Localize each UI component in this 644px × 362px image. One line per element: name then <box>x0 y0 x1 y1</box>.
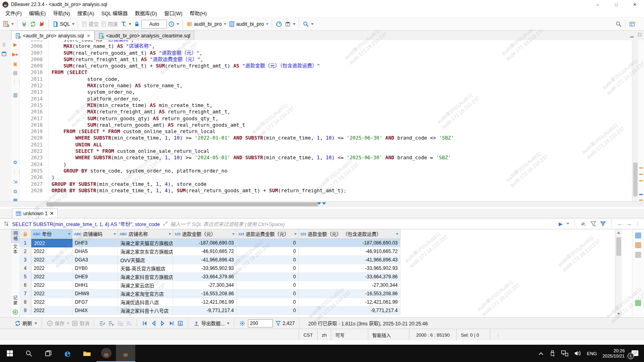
code-line[interactable]: 2007 SUM(real_return_goods_amt_t) AS "退款… <box>19 50 632 56</box>
close-button[interactable]: ✕ <box>625 0 644 9</box>
view-minimize-icon[interactable]: ▁ <box>630 32 634 37</box>
caret-position-indicator[interactable]: 2000 : 6 : 85190 <box>409 329 456 341</box>
cancel-button[interactable]: 取消 <box>72 320 89 327</box>
grid-cell[interactable]: -12,421,061.99 <box>173 298 237 306</box>
fetch-all-icon[interactable] <box>177 320 184 327</box>
export-result-icon[interactable]: ⇲ <box>12 179 19 185</box>
compile-button[interactable] <box>283 20 297 28</box>
row-count-button[interactable]: 2,427 <box>275 321 295 326</box>
grid-cell[interactable]: -16,553,208.86 <box>299 290 400 298</box>
grid-cell[interactable]: -33,664,379.86 <box>173 273 237 281</box>
grid-cell[interactable]: 海澜之家抖音官方旗舰店 <box>118 273 173 281</box>
grid-cell[interactable]: 2022 <box>31 298 72 306</box>
insert-mode-indicator[interactable]: 智能插入 <box>368 329 409 341</box>
grid-cell[interactable]: -27,300,344 <box>299 281 400 290</box>
code-line[interactable]: 2026) <box>19 174 632 181</box>
edge-button[interactable]: e <box>58 345 77 362</box>
side-tab-record[interactable]: 记录 <box>11 294 19 307</box>
grid-cell[interactable]: DYB0 <box>72 264 118 273</box>
execute-statement-icon[interactable]: ▶ <box>12 41 19 48</box>
export-data-button[interactable]: 导出数据... <box>193 320 229 327</box>
sql-editor[interactable]: ⠿ ▶ ▶▸ ▣ ▤ ⋮⋮ ▥ ⚙ ⋮⋮ ⇲ ⧉ ▦ 2005 store_co… <box>0 40 644 201</box>
code-line[interactable]: 2011 store_code, <box>19 76 632 82</box>
nav-back-icon[interactable]: ← <box>617 220 623 227</box>
reconnect-button[interactable] <box>29 20 37 28</box>
save-button[interactable]: 保存 <box>47 320 69 327</box>
grid-cell[interactable]: 0 <box>237 281 299 290</box>
code-line[interactable]: 2019 FROM (SELECT * FROM custom_online_s… <box>19 128 632 135</box>
code-line[interactable]: 2015 MIN(min_create_time) AS min_create_… <box>19 102 632 109</box>
transaction-log-button[interactable] <box>167 20 180 28</box>
edit-cell-icon[interactable] <box>99 320 105 327</box>
row-number[interactable]: 5 <box>19 273 31 281</box>
column-header-3[interactable]: ABC店铺名称 <box>118 229 173 239</box>
edit-filter-icon[interactable] <box>590 220 597 227</box>
column-header-2[interactable]: ABC店铺编码 <box>72 229 118 239</box>
code-line[interactable]: 2018 SUM(real_return_goods_amt) AS real_… <box>19 122 632 128</box>
grid-cell[interactable]: DFG7 <box>72 298 118 306</box>
grid-cell[interactable]: 海澜之家云店旧 <box>118 281 173 290</box>
editor-vertical-scrollbar[interactable] <box>632 40 638 201</box>
grid-vertical-scrollbar[interactable] <box>615 229 622 317</box>
menu-file[interactable]: 文件(F) <box>2 9 25 17</box>
refresh-button[interactable]: 刷新 <box>14 320 37 327</box>
menu-search[interactable]: 搜索(A) <box>74 9 98 17</box>
code-line[interactable]: 2028ORDER BY SUBSTR(min_create_time_t, 1… <box>19 187 632 194</box>
grid-settings-gear-icon[interactable] <box>239 320 246 327</box>
column-filter-caret-icon[interactable] <box>169 233 171 235</box>
menu-window[interactable]: 窗口(W) <box>161 9 186 17</box>
grid-cell[interactable]: -27,300,344 <box>173 281 237 290</box>
editor-overview-ruler[interactable] <box>638 40 644 201</box>
commit-mode-selector[interactable]: Auto <box>141 20 167 29</box>
column-header-5[interactable]: 123退款运费金额（元） <box>237 229 299 239</box>
grid-cell[interactable]: 天猫-英氏官方旗舰店 <box>118 264 173 273</box>
value-panel-icon[interactable] <box>635 232 641 239</box>
delete-row-icon[interactable] <box>126 320 132 327</box>
grid-cell[interactable]: 0 <box>237 306 299 315</box>
grid-cell[interactable]: 2022 <box>31 264 72 273</box>
code-line[interactable]: 2012 MAX(store_name) AS store_name_t, <box>19 82 632 89</box>
first-page-icon[interactable] <box>142 320 148 327</box>
last-page-icon[interactable] <box>168 320 175 327</box>
grid-cell[interactable]: -12,421,061.99 <box>299 298 400 306</box>
grid-cell[interactable]: 2022 <box>31 256 72 264</box>
tab-analysis-sql[interactable]: <audit_bi_pro> analysis.sql ✕ <box>11 31 95 41</box>
prev-page-icon[interactable] <box>151 320 157 327</box>
code-line[interactable]: 2013 system_order_no, <box>19 89 632 95</box>
grid-cell[interactable]: DGA3 <box>72 256 118 264</box>
grid-cell[interactable]: DHW8 <box>72 290 118 298</box>
grid-cell[interactable]: -187,086,690.03 <box>173 239 237 247</box>
commit-button[interactable]: 提交 <box>80 19 100 29</box>
record-mode-icon[interactable] <box>12 309 18 315</box>
dbeaver-taskbar-button[interactable] <box>116 345 135 362</box>
column-header-6[interactable]: 123退款金额（元） （包含退款运费） <box>299 229 400 239</box>
grid-cell[interactable]: -41,966,896.43 <box>173 256 237 264</box>
grid-cell[interactable]: 2022 <box>31 281 72 290</box>
row-number[interactable]: 2 <box>19 247 31 256</box>
new-sql-editor-button[interactable] <box>2 20 15 28</box>
usb-icon[interactable] <box>549 350 555 357</box>
row-number[interactable]: 7 <box>19 290 31 298</box>
grid-cell[interactable]: 2022 <box>31 306 72 315</box>
grid-cell[interactable]: 2022 <box>31 290 72 298</box>
results-tab-unknown1[interactable]: unknown 1 ✕ <box>12 208 58 218</box>
column-header-1[interactable]: ABC年份 <box>31 229 72 239</box>
settings-gear-icon[interactable]: ⚙ <box>12 159 19 166</box>
taskbar-clock[interactable]: 20:26 2025/10/21 <box>603 348 625 359</box>
editor-horizontal-scrollbar[interactable] <box>0 201 644 207</box>
code-line[interactable]: 2020 WHERE SUBSTR(min_create_time, 1, 10… <box>19 135 632 141</box>
column-filter-caret-icon[interactable] <box>294 233 297 235</box>
code-line[interactable]: 2025 GROUP BY store_code, system_order_n… <box>19 168 632 174</box>
grid-cell[interactable]: 0 <box>237 256 299 264</box>
results-tab-close-icon[interactable]: ✕ <box>50 210 54 216</box>
code-line[interactable]: 2017 SUM(return_goods_qty) AS return_goo… <box>19 115 632 122</box>
metadata-panel-icon[interactable] <box>635 242 641 248</box>
code-line[interactable]: 2027GROUP BY SUBSTR(min_create_time_t, 1… <box>19 181 632 187</box>
grid-cell[interactable]: 0 <box>237 273 299 281</box>
connect-button[interactable] <box>20 20 29 28</box>
code-line[interactable]: 2021 UNION ALL <box>19 142 632 148</box>
explain-plan-icon[interactable]: ▣ <box>12 61 19 67</box>
execute-script-icon[interactable]: ▶▸ <box>12 51 19 58</box>
file-explorer-button[interactable] <box>77 345 97 362</box>
tab-analysis-cleartime-sql[interactable]: <audit_bi_pro> analysis_cleartime.sql <box>95 31 194 41</box>
